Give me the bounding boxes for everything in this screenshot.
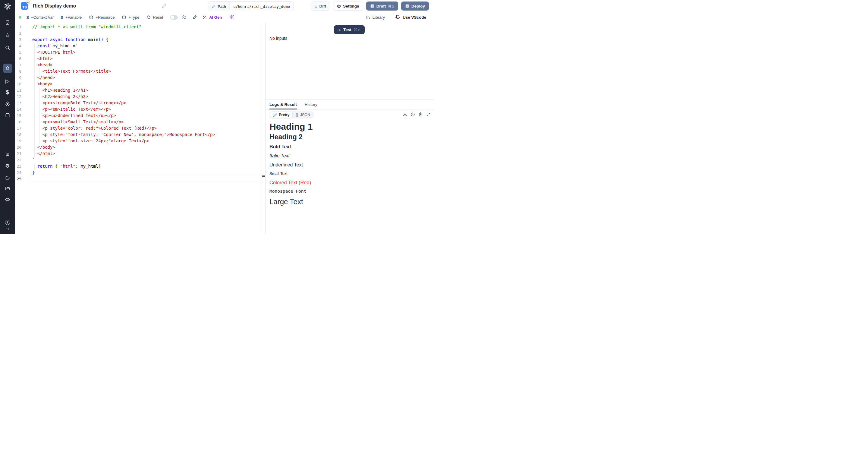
sidebar-item-folders[interactable] (5, 186, 10, 191)
indent-guide (34, 138, 35, 144)
code-line[interactable]: const my_html =` (32, 43, 261, 49)
sidebar: ☆ ▷ $ (0, 0, 15, 234)
play-icon: ▷ (338, 27, 341, 32)
clipboard-copy-icon[interactable] (418, 112, 423, 117)
add-variable-button[interactable]: $ +Variable (61, 15, 82, 20)
view-pretty[interactable]: Pretty (270, 112, 292, 118)
sidebar-item-runs[interactable]: ▷ (5, 79, 10, 84)
sidebar-item-favorites[interactable]: ☆ (5, 32, 10, 38)
result-item-h1: Heading 1 (270, 121, 430, 132)
ai-gen-button[interactable]: AI Gen (202, 15, 222, 20)
settings-button[interactable]: ⚙ Settings (333, 1, 363, 10)
code-line[interactable]: return { "html": my_html} (32, 163, 261, 170)
code-line[interactable]: } (32, 170, 261, 176)
use-vscode-button[interactable]: Use VScode (395, 15, 426, 20)
add-type-button[interactable]: +Type (122, 15, 139, 20)
language-badge: TS (21, 2, 28, 10)
diff-button[interactable]: ± Diff (311, 1, 330, 10)
indent-guide (34, 56, 35, 62)
pencil-icon (212, 4, 216, 8)
format-brush-icon[interactable] (192, 15, 197, 20)
multiplayer-users-icon[interactable] (181, 15, 187, 20)
add-resource-button[interactable]: +Resource (89, 15, 115, 20)
code-line[interactable]: <title>Text Formats</title> (32, 68, 261, 75)
code-line[interactable]: </head> (32, 75, 261, 81)
code-line[interactable]: <p><em>Italic Text</em></p> (32, 106, 261, 113)
sparkles-icon[interactable] (229, 15, 234, 20)
toggle-knob (171, 16, 174, 19)
code-line[interactable]: <p><u>Underlined Text</u></p> (32, 113, 261, 119)
line-number: 7 (15, 62, 22, 68)
code-line[interactable]: <html> (32, 56, 261, 62)
view-switch: Pretty {} JSON (270, 111, 314, 118)
sidebar-item-expand[interactable]: → (5, 225, 10, 231)
code-line[interactable]: <!DOCTYPE html> (32, 49, 261, 56)
code-line[interactable]: <p><strong>Bold Text</strong></p> (32, 100, 261, 106)
pen-icon (273, 113, 277, 117)
path-field[interactable]: Path u/henri/rich_display_demo (208, 1, 294, 11)
sidebar-item-search[interactable] (5, 45, 10, 50)
indent-guide (39, 100, 40, 106)
sidebar-item-audit[interactable] (5, 197, 10, 202)
sidebar-item-workspace[interactable] (5, 20, 10, 25)
indent-guide (39, 119, 40, 125)
code-line[interactable]: export async function main() { (32, 36, 261, 43)
save-icon (405, 4, 409, 8)
indent-guide (39, 68, 40, 75)
arrow-right-icon: → (5, 225, 10, 231)
download-icon[interactable] (403, 112, 407, 117)
view-json[interactable]: {} JSON (292, 112, 313, 118)
library-button[interactable]: Library (365, 15, 385, 20)
code-line[interactable]: <head> (32, 62, 261, 68)
save-icon (370, 4, 374, 8)
code-line[interactable]: <p style="color: red;">Colored Text (Red… (32, 125, 261, 131)
indent-guide (34, 125, 35, 131)
code-line[interactable]: <h1>Heading 1</h1> (32, 87, 261, 93)
expand-icon[interactable] (426, 112, 431, 117)
code-editor[interactable]: 1234567891011121314151617181920212223242… (15, 23, 265, 234)
add-context-var-button[interactable]: $ +Context Var (27, 15, 54, 20)
code-line[interactable]: <p style="font-size: 24px;">Large Text</… (32, 138, 261, 144)
test-shortcut: ⌘↵ (354, 27, 361, 32)
sidebar-item-workers[interactable] (5, 175, 10, 180)
line-number: 5 (15, 49, 22, 56)
edit-title-pencil-icon[interactable] (162, 4, 166, 8)
line-number: 8 (15, 68, 22, 75)
plus-minus-icon: ± (315, 4, 317, 9)
result-item-mono: Monospace Font (270, 188, 430, 194)
tab-history[interactable]: History (305, 102, 317, 110)
sidebar-item-resources[interactable] (5, 101, 10, 107)
deploy-button[interactable]: Deploy (401, 1, 429, 10)
code-line[interactable]: <h2>Heading 2</h2> (32, 93, 261, 100)
indent-guide (39, 87, 40, 93)
sidebar-item-variables[interactable]: $ (6, 90, 9, 95)
code-line[interactable]: ` (32, 157, 261, 163)
code-line[interactable]: // import * as wmill from "windmill-clie… (32, 24, 261, 30)
multiplayer-toggle[interactable] (170, 16, 178, 20)
draft-button[interactable]: Draft ⌘S (366, 1, 398, 10)
indent-guide (39, 106, 40, 113)
result-toolbar: Pretty {} JSON (266, 110, 434, 120)
reset-button[interactable]: Reset (147, 15, 163, 20)
sidebar-item-settings[interactable]: ⚙ (5, 164, 10, 169)
sidebar-item-help[interactable]: ? (5, 220, 10, 225)
code-line[interactable]: <p style="font-family: 'Courier New', mo… (32, 131, 261, 138)
sidebar-divider (0, 61, 15, 61)
code-line[interactable]: </html> (32, 150, 261, 157)
code-line[interactable]: <body> (32, 81, 261, 87)
sidebar-item-users[interactable] (5, 152, 10, 157)
windmill-logo[interactable] (4, 2, 11, 10)
line-number: 14 (15, 106, 22, 113)
info-icon[interactable] (410, 112, 415, 117)
code-line[interactable]: </body> (32, 144, 261, 150)
sidebar-item-home[interactable] (3, 64, 12, 73)
indent-guide (34, 43, 35, 49)
result-item-h2: Heading 2 (270, 133, 430, 141)
sidebar-item-schedules[interactable] (5, 113, 10, 118)
test-button[interactable]: ▷ Test ⌘↵ (334, 25, 365, 34)
result-item-italic: Italic Text (270, 153, 430, 159)
code-line[interactable] (32, 30, 261, 36)
code-line[interactable]: <p><small>Small Text</small></p> (32, 119, 261, 125)
tab-logs-result[interactable]: Logs & Result (270, 102, 297, 110)
dollar-icon: $ (27, 15, 29, 20)
